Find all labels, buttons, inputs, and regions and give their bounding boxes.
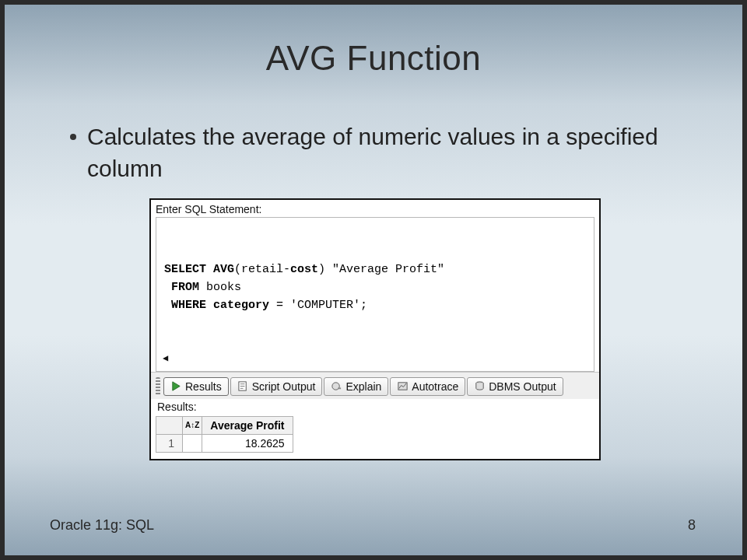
bullet-dot-icon: [70, 134, 76, 140]
dbms-icon: [474, 380, 486, 392]
tab-explain-label: Explain: [345, 380, 381, 393]
explain-icon: [331, 380, 342, 392]
bullet-text: Calculates the average of numeric values…: [87, 121, 680, 184]
grid-header-row: A↕Z Average Profit: [156, 416, 293, 434]
grid-row-number: 1: [156, 434, 183, 452]
sql-screenshot-panel: Enter SQL Statement: SELECT AVG(retail-c…: [149, 198, 601, 460]
tab-dbms-output[interactable]: DBMS Output: [467, 377, 563, 396]
sql-editor[interactable]: SELECT AVG(retail-cost) "Average Profit"…: [156, 217, 594, 372]
grid-column-header[interactable]: Average Profit: [202, 416, 293, 434]
tab-autotrace-label: Autotrace: [412, 380, 458, 393]
enter-sql-label: Enter SQL Statement:: [151, 200, 599, 217]
grid-cell-empty: [183, 434, 202, 452]
tab-explain[interactable]: Explain: [324, 377, 388, 396]
svg-marker-0: [173, 382, 180, 390]
grid-cell-value: 18.2625: [202, 434, 293, 452]
tab-autotrace[interactable]: Autotrace: [390, 377, 465, 396]
play-icon: [170, 380, 182, 392]
svg-rect-6: [338, 388, 342, 390]
sort-az-icon[interactable]: A↕Z: [183, 416, 202, 434]
scroll-left-icon[interactable]: ◀: [163, 352, 168, 366]
slide-title: AVG Function: [5, 5, 742, 78]
results-tabbar: Results Script Output Explain: [151, 372, 599, 399]
tab-dbms-label: DBMS Output: [489, 380, 556, 393]
page-number: 8: [688, 517, 696, 534]
bullet-row: Calculates the average of numeric values…: [70, 121, 680, 184]
presentation-slide: AVG Function Calculates the average of n…: [0, 0, 747, 560]
script-icon: [237, 380, 249, 392]
autotrace-icon: [397, 380, 409, 392]
footer-text: Oracle 11g: SQL: [50, 517, 154, 534]
tab-results-label: Results: [185, 380, 222, 393]
results-grid: A↕Z Average Profit 1 18.2625: [156, 416, 594, 453]
tab-script-output[interactable]: Script Output: [230, 377, 323, 396]
tab-script-label: Script Output: [252, 380, 316, 393]
toolbar-grip-icon[interactable]: [156, 377, 160, 396]
table-row[interactable]: 1 18.2625: [156, 434, 293, 452]
results-section-label: Results:: [151, 399, 599, 416]
slide-body: Calculates the average of numeric values…: [5, 78, 742, 460]
grid-corner-cell: [156, 416, 183, 434]
tab-results[interactable]: Results: [163, 377, 229, 396]
